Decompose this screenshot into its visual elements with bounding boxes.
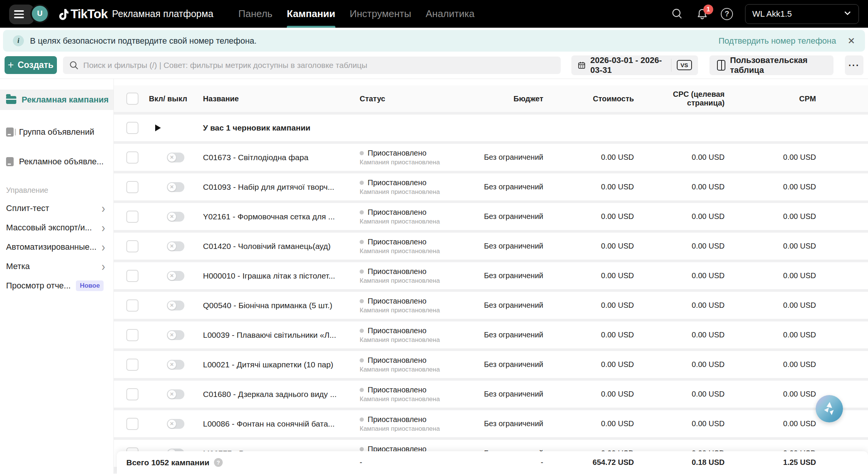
toggle-knob: ✕ bbox=[168, 153, 176, 162]
nav-item[interactable]: Инструменты bbox=[350, 0, 411, 28]
row-checkbox[interactable] bbox=[126, 181, 138, 193]
draft-notice[interactable]: У вас 1 черновик кампании bbox=[197, 123, 360, 132]
select-all-checkbox[interactable] bbox=[126, 93, 138, 105]
row-checkbox[interactable] bbox=[126, 299, 138, 312]
campaign-name[interactable]: L00086 - Фонтан на сонячній бата... bbox=[197, 419, 360, 428]
campaign-status: Приостановлено Кампания приостановлена bbox=[360, 386, 473, 403]
search-input[interactable] bbox=[83, 61, 555, 70]
header-right: 1 ? WL Akk1.5 bbox=[671, 0, 859, 28]
campaign-toggle-off[interactable]: ✕ bbox=[167, 389, 184, 399]
vs-compare-icon[interactable]: VS bbox=[677, 60, 692, 70]
notifications-bell-icon[interactable]: 1 bbox=[696, 8, 709, 20]
campaign-toggle-off[interactable]: ✕ bbox=[167, 360, 184, 370]
col-header-cpc[interactable]: CPC (целевая страница) bbox=[634, 90, 725, 107]
status-subtext: Кампания приостановлена bbox=[360, 307, 473, 314]
campaign-name[interactable]: Q00540 - Біонічна приманка (5 шт.) bbox=[197, 301, 360, 310]
nav-item[interactable]: Аналитика bbox=[426, 0, 475, 28]
status-dot-icon bbox=[360, 417, 364, 422]
search-icon bbox=[69, 60, 79, 70]
account-selector[interactable]: WL Akk1.5 bbox=[745, 4, 859, 24]
campaign-name[interactable]: C01093 - Набір для дитячої творч... bbox=[197, 183, 360, 192]
help-icon[interactable]: ? bbox=[721, 8, 733, 20]
search-filter-box bbox=[63, 57, 561, 74]
campaign-cpm: 0.00 USD bbox=[725, 301, 816, 310]
campaign-cpc: 0.00 USD bbox=[634, 242, 725, 250]
ai-assistant-button[interactable] bbox=[816, 395, 843, 422]
sidebar-management-item[interactable]: Сплит-тест › bbox=[0, 198, 113, 218]
campaign-cpc: 0.00 USD bbox=[634, 153, 725, 162]
chevron-right-icon: › bbox=[102, 241, 105, 254]
row-checkbox[interactable] bbox=[126, 388, 138, 400]
campaign-toggle-off[interactable]: ✕ bbox=[167, 153, 184, 162]
row-checkbox[interactable] bbox=[126, 359, 138, 371]
summary-status: - bbox=[360, 458, 473, 467]
campaign-toggle-off[interactable]: ✕ bbox=[167, 241, 184, 251]
campaign-name[interactable]: H000010 - Іграшка літак з пістолет... bbox=[197, 271, 360, 280]
campaign-budget: Без ограничений bbox=[473, 331, 543, 339]
more-options-button[interactable]: ··· bbox=[845, 55, 863, 75]
toggle-knob: ✕ bbox=[168, 361, 176, 369]
close-icon[interactable]: ✕ bbox=[848, 36, 855, 46]
campaign-name[interactable]: C01680 - Дзеркала заднього виду ... bbox=[197, 390, 360, 399]
nav-item[interactable]: Кампании bbox=[287, 0, 335, 28]
campaign-toggle-off[interactable]: ✕ bbox=[167, 271, 184, 281]
campaign-name[interactable]: Y02161 - Формовочная сетка для ... bbox=[197, 212, 360, 221]
date-range-picker[interactable]: 2026-03-01 - 2026-03-31 VS bbox=[571, 55, 698, 75]
sidebar-item-ad[interactable]: Рекламное объявле... bbox=[0, 151, 113, 172]
toggle-knob: ✕ bbox=[168, 183, 176, 191]
campaign-cost: 0.00 USD bbox=[543, 271, 634, 280]
sidebar-management-item[interactable]: Просмотр отче... Новое bbox=[0, 276, 113, 295]
row-checkbox[interactable] bbox=[126, 329, 138, 341]
campaign-name[interactable]: C01420 - Чоловічий гаманець(ауд) bbox=[197, 242, 360, 251]
col-header-status[interactable]: Статус bbox=[360, 94, 473, 103]
status-dot-icon bbox=[360, 358, 364, 362]
divider bbox=[671, 59, 671, 72]
campaign-budget: Без ограничений bbox=[473, 153, 543, 162]
col-header-cpm[interactable]: CPM bbox=[725, 94, 816, 103]
row-checkbox[interactable] bbox=[126, 151, 138, 164]
campaign-toggle-off[interactable]: ✕ bbox=[167, 301, 184, 310]
create-button[interactable]: + Создать bbox=[5, 56, 57, 74]
row-checkbox[interactable] bbox=[126, 211, 138, 223]
campaign-budget: Без ограничений bbox=[473, 301, 543, 310]
campaign-toggle-off[interactable]: ✕ bbox=[167, 330, 184, 340]
plus-icon: + bbox=[8, 59, 14, 71]
campaign-toggle-off[interactable]: ✕ bbox=[167, 212, 184, 222]
search-icon[interactable] bbox=[671, 8, 684, 20]
campaign-status: Приостановлено Кампания приостановлена bbox=[360, 178, 473, 196]
col-header-cost[interactable]: Стоимость bbox=[543, 94, 634, 103]
expand-triangle-icon[interactable] bbox=[155, 124, 161, 131]
brand-name: TikTok bbox=[71, 7, 107, 21]
custom-table-button[interactable]: Пользовательская таблица bbox=[709, 55, 833, 75]
col-header-budget[interactable]: Бюджет bbox=[473, 94, 543, 103]
row-checkbox[interactable] bbox=[126, 122, 138, 134]
sidebar-management-item[interactable]: Массовый экспорт/и... › bbox=[0, 218, 113, 237]
sidebar-item-adgroup[interactable]: Группа объявлений bbox=[0, 121, 113, 143]
row-checkbox[interactable] bbox=[126, 418, 138, 430]
campaign-status: Приостановлено Кампания приостановлена bbox=[360, 356, 473, 373]
sidebar-management-item[interactable]: Метка › bbox=[0, 257, 113, 276]
summary-cpm: 1.25 USD bbox=[725, 458, 816, 467]
campaign-cpc: 0.00 USD bbox=[634, 390, 725, 398]
brand-suffix: Рекламная платформа bbox=[112, 8, 213, 19]
campaign-toggle-off[interactable]: ✕ bbox=[167, 419, 184, 429]
help-icon[interactable]: ? bbox=[214, 458, 223, 467]
sidebar-item-campaign[interactable]: Рекламная кампания bbox=[0, 90, 113, 110]
campaign-budget: Без ограничений bbox=[473, 271, 543, 280]
avatar[interactable]: U bbox=[30, 4, 49, 23]
status-subtext: Кампания приостановлена bbox=[360, 247, 473, 255]
table-header: Вкл/ выкл Название Статус Бюджет Стоимос… bbox=[114, 85, 868, 112]
campaign-toggle-off[interactable]: ✕ bbox=[167, 182, 184, 192]
row-checkbox[interactable] bbox=[126, 240, 138, 252]
col-header-name[interactable]: Название bbox=[197, 94, 360, 103]
verify-phone-link[interactable]: Подтвердить номер телефона bbox=[719, 36, 836, 46]
nav-item[interactable]: Панель bbox=[238, 0, 272, 28]
row-checkbox[interactable] bbox=[126, 270, 138, 282]
sidebar-management-item[interactable]: Автоматизированные... › bbox=[0, 237, 113, 257]
campaign-name[interactable]: L00039 - Плаваючі світильники «Л... bbox=[197, 331, 360, 340]
campaign-name[interactable]: C01673 - Світлодіодна фара bbox=[197, 153, 360, 162]
campaign-cost: 0.00 USD bbox=[543, 390, 634, 398]
campaign-status: Приостановлено Кампания приостановлена bbox=[360, 326, 473, 344]
col-header-toggle: Вкл/ выкл bbox=[139, 93, 197, 104]
campaign-name[interactable]: L00021 - Дитячі шкарпетки (10 пар) bbox=[197, 360, 360, 369]
